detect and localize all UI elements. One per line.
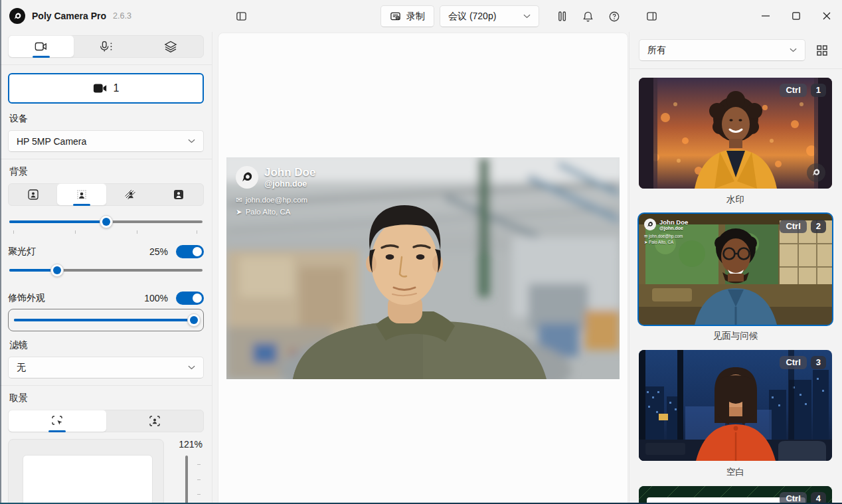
- key-badge: 2: [811, 220, 826, 233]
- preset-name-card: John Doe @john.doe ✉ john.doe@hp.com ➤ P…: [644, 218, 688, 244]
- stage-area: John Doe @john.doe ✉john.doe@hp.com ➤Pal…: [212, 32, 629, 504]
- touchup-toggle[interactable]: [176, 292, 204, 305]
- preset-label: 见面与问候: [639, 330, 832, 341]
- maximize-button[interactable]: [781, 0, 811, 32]
- touchup-slider-focus-ring: [8, 309, 204, 331]
- filter-value: 无: [17, 362, 26, 374]
- avatar: [644, 218, 656, 230]
- video-name-card: John Doe @john.doe ✉john.doe@hp.com ➤Pal…: [236, 166, 315, 216]
- camera-number: 1: [114, 82, 120, 94]
- background-label: 背景: [9, 166, 203, 178]
- zoom-slider[interactable]: [180, 456, 193, 504]
- preset-card-watermark[interactable]: Ctrl 1 水印: [639, 78, 832, 205]
- record-label: 录制: [406, 11, 425, 23]
- toggle-right-panel-icon[interactable]: [641, 5, 663, 27]
- tab-effects[interactable]: [138, 36, 203, 57]
- divider: [0, 159, 212, 159]
- toggle-knob: [193, 247, 202, 256]
- presets-panel: 所有: [629, 32, 842, 504]
- touchup-slider[interactable]: [13, 313, 199, 327]
- slider-thumb[interactable]: [100, 215, 113, 228]
- slider-thumb[interactable]: [187, 313, 201, 327]
- record-button[interactable]: 录制: [380, 5, 434, 27]
- minimize-icon: [762, 12, 770, 20]
- background-replace-option[interactable]: [155, 184, 203, 205]
- video-preview: John Doe @john.doe ✉john.doe@hp.com ➤Pal…: [226, 157, 620, 379]
- overlay-handle: @john.doe: [264, 179, 315, 189]
- auto-framing-option[interactable]: [106, 410, 204, 432]
- slider-thumb[interactable]: [50, 264, 64, 277]
- toggle-left-panel-icon[interactable]: [231, 6, 252, 26]
- device-tabs: [8, 35, 204, 58]
- device-label: 设备: [9, 113, 203, 125]
- help-button[interactable]: [603, 5, 625, 27]
- background-strong-blur-option[interactable]: [106, 184, 155, 205]
- divider: [630, 68, 842, 69]
- ctrl-badge: Ctrl: [780, 84, 806, 97]
- background-blur-slider[interactable]: [8, 215, 204, 228]
- preset-label: 空白: [639, 466, 832, 477]
- stage-card: John Doe @john.doe ✉john.doe@hp.com ➤Pal…: [218, 33, 628, 504]
- preset-card-meet-greet[interactable]: John Doe @john.doe ✉ john.doe@hp.com ➤ P…: [639, 214, 832, 341]
- help-icon: [608, 11, 620, 23]
- slider-fill: [14, 319, 198, 321]
- device-dropdown[interactable]: HP 5MP Camera: [8, 130, 204, 152]
- overlay-email: john.doe@hp.com: [246, 196, 308, 204]
- tab-camera[interactable]: [9, 36, 74, 57]
- tab-microphone[interactable]: [74, 36, 139, 57]
- camera-select-button[interactable]: 1: [8, 73, 204, 104]
- email-icon: ✉: [236, 195, 242, 205]
- framing-mode-tabs: [8, 410, 204, 432]
- close-button[interactable]: [811, 0, 842, 32]
- settings-sidebar: 1 设备 HP 5MP Camera 背景: [0, 32, 212, 504]
- person-frame-icon: [27, 189, 39, 201]
- divider: [0, 385, 212, 386]
- spotlight-toggle[interactable]: [176, 245, 204, 258]
- avatar: [236, 166, 258, 189]
- overlay-name: John Doe: [264, 166, 315, 179]
- background-none-option[interactable]: [9, 184, 57, 205]
- ctrl-badge: Ctrl: [780, 220, 806, 233]
- app-version: 2.6.3: [113, 11, 131, 21]
- touchup-value: 100%: [144, 293, 168, 303]
- grid-view-button[interactable]: [812, 41, 832, 60]
- close-icon: [823, 12, 831, 20]
- chevron-down-icon: [523, 14, 531, 19]
- manual-framing-option[interactable]: [9, 410, 106, 432]
- toggle-knob: [193, 294, 202, 303]
- preset-card-blank[interactable]: Ctrl 3 空白: [639, 350, 832, 477]
- meeting-quality-dropdown[interactable]: 会议 (720p): [440, 5, 539, 27]
- spotlight-slider[interactable]: [8, 264, 204, 277]
- poly-watermark-icon: [807, 163, 825, 182]
- title-bar: Poly Camera Pro 2.6.3 录制 会议 (720p): [0, 0, 842, 32]
- person-autoframe-icon: [149, 415, 161, 427]
- background-mode-tabs: [8, 183, 204, 206]
- preset-card-document[interactable]: Lorem Ipsum Dolor Ctrl 4: [639, 486, 832, 504]
- framing-preview[interactable]: [8, 439, 164, 504]
- overlay-location: ➤ Palo Alto, CA: [644, 240, 688, 244]
- presets-filter-value: 所有: [647, 44, 666, 56]
- notifications-button[interactable]: [577, 5, 599, 27]
- framing-label: 取景: [9, 392, 203, 404]
- filter-dropdown[interactable]: 无: [8, 357, 204, 378]
- slider-ticks: [9, 230, 203, 234]
- maximize-icon: [792, 12, 800, 20]
- slider-track[interactable]: [185, 456, 188, 504]
- chevron-down-icon: [188, 365, 195, 370]
- grid-icon: [816, 44, 828, 56]
- presets-filter-dropdown[interactable]: 所有: [639, 39, 805, 61]
- bell-icon: [582, 11, 594, 23]
- background-blur-option[interactable]: [57, 184, 106, 205]
- minimize-button[interactable]: [750, 0, 781, 32]
- person-motion-blur-icon: [124, 189, 137, 201]
- key-badge: 1: [811, 84, 826, 97]
- framing-crop-region[interactable]: [23, 455, 153, 504]
- person-solid-frame-icon: [173, 189, 185, 201]
- camera-icon: [35, 41, 48, 52]
- person-blur-icon: [76, 189, 88, 201]
- presets-list: Ctrl 1 水印: [639, 78, 832, 504]
- device-value: HP 5MP Camera: [17, 136, 86, 147]
- overlay-name: John Doe: [659, 218, 688, 226]
- pause-button[interactable]: [551, 5, 573, 27]
- record-icon: [390, 11, 401, 22]
